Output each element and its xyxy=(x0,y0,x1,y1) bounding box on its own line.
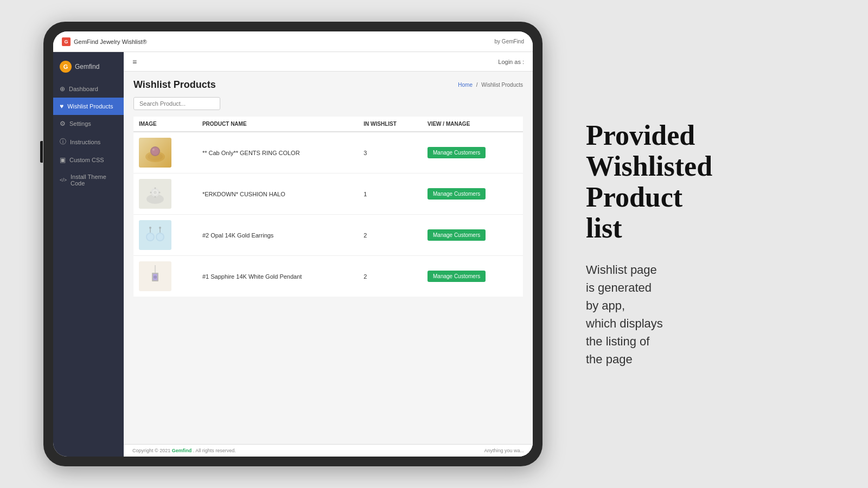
install-theme-icon: </> xyxy=(60,177,67,183)
sidebar-item-settings[interactable]: ⚙ Settings xyxy=(53,115,124,132)
footer-brand: Gemfind xyxy=(172,448,192,453)
product-table: IMAGE PRODUCT NAME IN WISHLIST VIEW / MA… xyxy=(133,117,523,297)
inner-toolbar: ≡ Login as : xyxy=(124,52,533,72)
manage-cell: Manage Customers xyxy=(422,215,523,256)
right-heading: ProvidedWishlistedProductlist xyxy=(586,120,835,244)
dashboard-icon: ⊕ xyxy=(60,85,65,93)
brand-icon: G xyxy=(60,61,72,73)
login-text: Login as : xyxy=(498,59,524,65)
svg-point-19 xyxy=(149,227,151,229)
table-header-row: IMAGE PRODUCT NAME IN WISHLIST VIEW / MA… xyxy=(133,117,523,132)
sidebar-item-instructions[interactable]: ⓘ Instructions xyxy=(53,132,124,151)
brand-icon-letter: G xyxy=(63,63,68,70)
brand-name: Gemfind xyxy=(75,63,99,70)
svg-point-12 xyxy=(155,196,156,197)
svg-point-20 xyxy=(159,227,161,229)
table-row: #1 Sapphire 14K White Gold Pendant2Manag… xyxy=(133,256,523,297)
manage-cell: Manage Customers xyxy=(422,256,523,297)
svg-point-9 xyxy=(150,191,152,193)
product-name-cell: *ERKDOWN* CUSHION HALO xyxy=(197,174,358,215)
top-bar: G GemFind Jewelry Wishlist® by GemFind xyxy=(53,31,533,52)
sidebar-item-wishlist-products[interactable]: ♥ Wishlist Products xyxy=(53,98,124,115)
product-image-cell xyxy=(133,174,197,215)
svg-point-11 xyxy=(155,187,156,189)
svg-point-10 xyxy=(159,191,161,193)
sidebar-brand: G Gemfind xyxy=(53,56,124,80)
logo-letter: G xyxy=(64,39,68,44)
page-area: Wishlist Products Home / Wishlist Produc… xyxy=(124,72,533,444)
sidebar: G Gemfind ⊕ Dashboard ♥ Wishlist Product… xyxy=(53,52,124,457)
manage-customers-button[interactable]: Manage Customers xyxy=(427,229,486,241)
col-product-name: PRODUCT NAME xyxy=(197,117,358,132)
product-image-cell xyxy=(133,215,197,256)
in-wishlist-cell: 2 xyxy=(358,256,422,297)
footer-right-text: Anything you wa... xyxy=(484,448,524,453)
svg-point-3 xyxy=(151,147,159,155)
breadcrumb: Home / Wishlist Products xyxy=(458,82,523,88)
main-content: ≡ Login as : Wishlist Products Home / Wi… xyxy=(124,52,533,457)
col-view-manage: VIEW / MANAGE xyxy=(422,117,523,132)
sidebar-item-custom-css[interactable]: ▣ Custom CSS xyxy=(53,151,124,169)
product-image xyxy=(139,220,171,250)
product-name-cell: #1 Sapphire 14K White Gold Pendant xyxy=(197,256,358,297)
sidebar-item-label: Install Theme Code xyxy=(71,174,117,187)
manage-customers-button[interactable]: Manage Customers xyxy=(427,271,486,282)
in-wishlist-cell: 3 xyxy=(358,132,422,174)
top-bar-left: G GemFind Jewelry Wishlist® xyxy=(62,37,147,46)
settings-icon: ⚙ xyxy=(60,120,66,127)
in-wishlist-cell: 1 xyxy=(358,174,422,215)
manage-customers-button[interactable]: Manage Customers xyxy=(427,188,486,200)
col-in-wishlist: IN WISHLIST xyxy=(358,117,422,132)
right-description: Wishlist page is generated by app, which… xyxy=(586,261,835,368)
sidebar-item-label: Settings xyxy=(69,120,91,127)
svg-point-14 xyxy=(147,234,154,240)
sidebar-item-label: Custom CSS xyxy=(69,157,104,163)
tablet-side-button xyxy=(40,141,43,163)
search-bar xyxy=(133,97,523,110)
custom-css-icon: ▣ xyxy=(60,156,66,164)
footer-rights: . All rights reserved. xyxy=(193,448,236,453)
product-image-cell xyxy=(133,256,197,297)
wishlist-icon: ♥ xyxy=(60,102,63,110)
col-image: IMAGE xyxy=(133,117,197,132)
svg-point-8 xyxy=(154,191,157,194)
footer-copyright-text: Copyright © 2021 xyxy=(132,448,170,453)
page-header: Wishlist Products Home / Wishlist Produc… xyxy=(133,79,523,91)
svg-point-4 xyxy=(152,149,155,151)
sidebar-item-label: Wishlist Products xyxy=(67,103,113,110)
hamburger-icon[interactable]: ≡ xyxy=(132,57,137,66)
product-image-cell xyxy=(133,132,197,174)
sidebar-item-label: Dashboard xyxy=(69,86,98,92)
app-footer: Copyright © 2021 Gemfind . All rights re… xyxy=(124,444,533,457)
breadcrumb-current: Wishlist Products xyxy=(481,82,523,88)
in-wishlist-cell: 2 xyxy=(358,215,422,256)
table-row: *ERKDOWN* CUSHION HALO1Manage Customers xyxy=(133,174,523,215)
sidebar-item-install-theme[interactable]: </> Install Theme Code xyxy=(53,169,124,191)
svg-point-25 xyxy=(154,275,157,279)
right-panel: ProvidedWishlistedProductlist Wishlist p… xyxy=(542,87,868,401)
footer-copyright: Copyright © 2021 Gemfind . All rights re… xyxy=(132,448,236,453)
product-name-cell: ** Cab Only** GENTS RING COLOR xyxy=(197,132,358,174)
manage-customers-button[interactable]: Manage Customers xyxy=(427,147,486,158)
product-image xyxy=(139,261,171,291)
search-input[interactable] xyxy=(133,97,220,110)
manage-cell: Manage Customers xyxy=(422,132,523,174)
app-logo-icon: G xyxy=(62,37,71,46)
product-image xyxy=(139,138,171,168)
manage-cell: Manage Customers xyxy=(422,174,523,215)
svg-point-16 xyxy=(157,234,163,240)
tablet-device: G GemFind Jewelry Wishlist® by GemFind G… xyxy=(43,22,542,466)
product-image xyxy=(139,179,171,209)
sidebar-item-label: Instructions xyxy=(70,139,100,145)
app-layout: G Gemfind ⊕ Dashboard ♥ Wishlist Product… xyxy=(53,52,533,457)
table-row: ** Cab Only** GENTS RING COLOR3Manage Cu… xyxy=(133,132,523,174)
tablet-screen: G GemFind Jewelry Wishlist® by GemFind G… xyxy=(53,31,533,457)
breadcrumb-home[interactable]: Home xyxy=(458,82,473,88)
app-title: GemFind Jewelry Wishlist® xyxy=(74,38,147,45)
product-name-cell: #2 Opal 14K Gold Earrings xyxy=(197,215,358,256)
instructions-icon: ⓘ xyxy=(60,137,66,146)
breadcrumb-separator: / xyxy=(476,82,478,88)
page-title: Wishlist Products xyxy=(133,79,216,91)
table-row: #2 Opal 14K Gold Earrings2Manage Custome… xyxy=(133,215,523,256)
sidebar-item-dashboard[interactable]: ⊕ Dashboard xyxy=(53,80,124,98)
